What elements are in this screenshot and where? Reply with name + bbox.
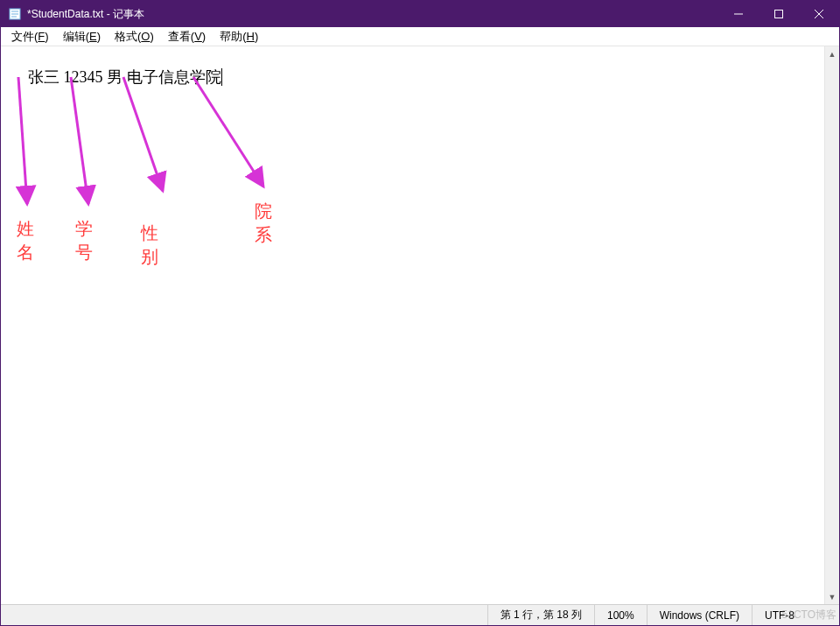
menu-format[interactable]: 格式(O) bbox=[109, 28, 159, 46]
status-position: 第 1 行，第 18 列 bbox=[487, 605, 594, 625]
minimize-button[interactable] bbox=[718, 1, 759, 27]
status-eol: Windows (CRLF) bbox=[647, 605, 752, 625]
window-controls bbox=[718, 1, 839, 27]
scroll-down-button[interactable]: ▼ bbox=[825, 589, 839, 604]
menubar: 文件(F) 编辑(E) 格式(O) 查看(V) 帮助(H) bbox=[1, 27, 839, 46]
vertical-scrollbar[interactable]: ▲ ▼ bbox=[824, 46, 839, 604]
menu-edit[interactable]: 编辑(E) bbox=[58, 28, 106, 46]
scroll-track[interactable] bbox=[825, 61, 839, 589]
maximize-button[interactable] bbox=[759, 1, 799, 27]
menu-view[interactable]: 查看(V) bbox=[163, 28, 211, 46]
svg-rect-5 bbox=[775, 11, 783, 18]
text-line-1: 张三 12345 男 电子信息学院 bbox=[28, 68, 222, 86]
notepad-icon bbox=[8, 7, 22, 21]
app-window: *StudentData.txt - 记事本 文件(F) 编辑(E) 格式(O)… bbox=[0, 0, 840, 626]
menu-file[interactable]: 文件(F) bbox=[6, 28, 54, 46]
window-title: *StudentData.txt - 记事本 bbox=[27, 7, 718, 22]
titlebar[interactable]: *StudentData.txt - 记事本 bbox=[1, 1, 839, 27]
watermark: 51CTO博客 bbox=[782, 608, 836, 622]
statusbar: 第 1 行，第 18 列 100% Windows (CRLF) UTF-8 bbox=[1, 604, 839, 625]
close-button[interactable] bbox=[799, 1, 839, 27]
status-spacer bbox=[1, 605, 487, 625]
content-area: 张三 12345 男 电子信息学院 ▲ ▼ 姓名 学号 性别 院系 bbox=[1, 46, 839, 604]
menu-help[interactable]: 帮助(H) bbox=[214, 28, 263, 46]
status-zoom: 100% bbox=[594, 605, 647, 625]
text-editor[interactable]: 张三 12345 男 电子信息学院 bbox=[1, 46, 824, 604]
scroll-up-button[interactable]: ▲ bbox=[825, 46, 839, 61]
